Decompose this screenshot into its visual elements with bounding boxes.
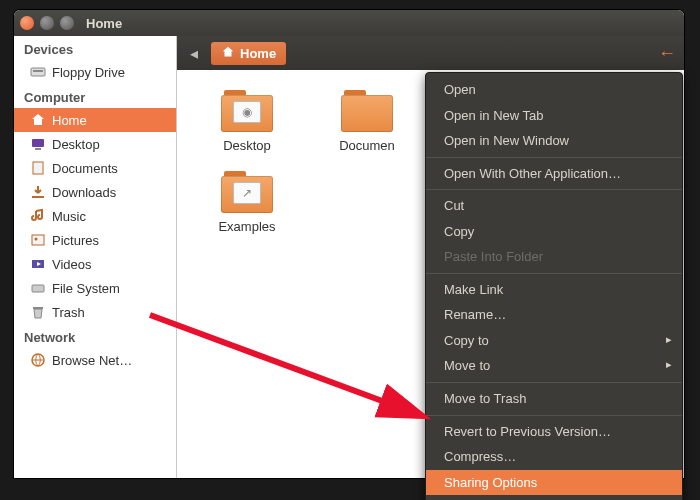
sidebar-item-label: Desktop <box>52 137 100 152</box>
svg-rect-6 <box>32 235 44 245</box>
pictures-icon <box>30 232 46 248</box>
path-bar: ◂ Home ← <box>177 36 684 70</box>
svg-point-7 <box>35 238 38 241</box>
path-segment-home[interactable]: Home <box>211 42 286 65</box>
sidebar-item-label: Browse Net… <box>52 353 132 368</box>
context-menu-move-to[interactable]: Move to <box>426 353 682 379</box>
folder-label: Documen <box>339 138 395 153</box>
sidebar-item-label: Videos <box>52 257 92 272</box>
context-menu-paste-into-folder: Paste Into Folder <box>426 244 682 270</box>
context-menu-separator <box>426 157 682 158</box>
folder-emblem: ◉ <box>233 101 261 123</box>
folder-icon <box>341 88 393 132</box>
sidebar-item-trash[interactable]: Trash <box>14 300 176 324</box>
sidebar-item-label: Downloads <box>52 185 116 200</box>
context-menu-move-to-trash[interactable]: Move to Trash <box>426 386 682 412</box>
sidebar-header: Computer <box>14 84 176 108</box>
svg-rect-10 <box>33 307 43 309</box>
context-menu-send-to[interactable]: Send To… <box>426 495 682 500</box>
context-menu-open-with-other-application[interactable]: Open With Other Application… <box>426 161 682 187</box>
sidebar-item-browse-net-[interactable]: Browse Net… <box>14 348 176 372</box>
home-icon <box>221 45 235 62</box>
context-menu-open[interactable]: Open <box>426 77 682 103</box>
desktop-icon <box>30 136 46 152</box>
context-menu-separator <box>426 382 682 383</box>
sidebar-item-pictures[interactable]: Pictures <box>14 228 176 252</box>
sidebar-item-music[interactable]: Music <box>14 204 176 228</box>
sidebar-item-floppy-drive[interactable]: Floppy Drive <box>14 60 176 84</box>
folder-icon: ◉ <box>221 88 273 132</box>
context-menu-copy-to[interactable]: Copy to <box>426 328 682 354</box>
sidebar-item-label: Trash <box>52 305 85 320</box>
sidebar-item-label: Documents <box>52 161 118 176</box>
sidebar-item-label: Music <box>52 209 86 224</box>
context-menu-separator <box>426 415 682 416</box>
folder-desktop[interactable]: ◉Desktop <box>187 88 307 153</box>
svg-rect-4 <box>33 162 43 174</box>
svg-rect-9 <box>32 285 44 292</box>
sidebar-item-downloads[interactable]: Downloads <box>14 180 176 204</box>
drive-icon <box>30 64 46 80</box>
svg-rect-1 <box>33 70 43 72</box>
path-label: Home <box>240 46 276 61</box>
folder-emblem: ↗ <box>233 182 261 204</box>
context-menu-open-in-new-window[interactable]: Open in New Window <box>426 128 682 154</box>
sidebar-item-label: Floppy Drive <box>52 65 125 80</box>
downloads-icon <box>30 184 46 200</box>
context-menu-copy[interactable]: Copy <box>426 219 682 245</box>
context-menu-revert-to-previous-version[interactable]: Revert to Previous Version… <box>426 419 682 445</box>
context-menu-rename[interactable]: Rename… <box>426 302 682 328</box>
documents-icon <box>30 160 46 176</box>
minimize-button[interactable] <box>40 16 54 30</box>
context-menu: OpenOpen in New TabOpen in New WindowOpe… <box>425 72 683 500</box>
context-menu-cut[interactable]: Cut <box>426 193 682 219</box>
disk-icon <box>30 280 46 296</box>
context-menu-sharing-options[interactable]: Sharing Options <box>426 470 682 496</box>
maximize-button[interactable] <box>60 16 74 30</box>
home-icon <box>30 112 46 128</box>
titlebar[interactable]: Home <box>14 10 684 36</box>
folder-documen[interactable]: Documen <box>307 88 427 153</box>
folder-icon: ↗ <box>221 169 273 213</box>
context-menu-make-link[interactable]: Make Link <box>426 277 682 303</box>
close-button[interactable] <box>20 16 34 30</box>
sidebar-item-documents[interactable]: Documents <box>14 156 176 180</box>
sidebar-item-desktop[interactable]: Desktop <box>14 132 176 156</box>
svg-rect-5 <box>32 196 44 198</box>
sidebar-item-home[interactable]: Home <box>14 108 176 132</box>
sidebar-item-videos[interactable]: Videos <box>14 252 176 276</box>
sidebar-item-label: File System <box>52 281 120 296</box>
sidebar-header: Network <box>14 324 176 348</box>
sidebar-item-file-system[interactable]: File System <box>14 276 176 300</box>
trash-icon <box>30 304 46 320</box>
network-icon <box>30 352 46 368</box>
svg-rect-2 <box>32 139 44 147</box>
context-menu-compress[interactable]: Compress… <box>426 444 682 470</box>
folder-label: Desktop <box>223 138 271 153</box>
window-title: Home <box>86 16 122 31</box>
music-icon <box>30 208 46 224</box>
context-menu-separator <box>426 189 682 190</box>
sidebar-item-label: Home <box>52 113 87 128</box>
sidebar-item-label: Pictures <box>52 233 99 248</box>
folder-label: Examples <box>218 219 275 234</box>
sidebar-header: Devices <box>14 36 176 60</box>
places-sidebar: DevicesFloppy DriveComputerHomeDesktopDo… <box>14 36 177 478</box>
folder-examples[interactable]: ↗Examples <box>187 169 307 234</box>
svg-rect-3 <box>35 148 41 150</box>
forward-nav-icon[interactable]: ← <box>658 43 676 64</box>
context-menu-open-in-new-tab[interactable]: Open in New Tab <box>426 103 682 129</box>
videos-icon <box>30 256 46 272</box>
context-menu-separator <box>426 273 682 274</box>
back-button[interactable]: ◂ <box>185 44 203 63</box>
